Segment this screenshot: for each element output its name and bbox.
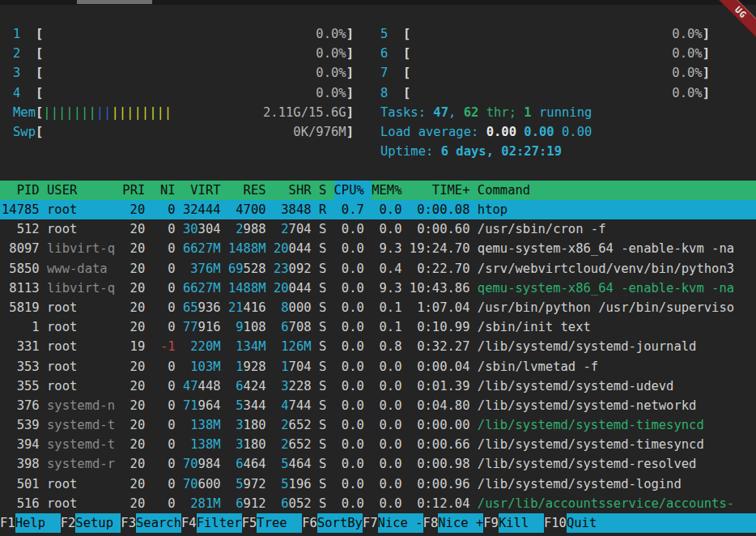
user-name: root: [47, 339, 77, 354]
process-row[interactable]: 8113libvirt-q2006627M1488M20044S0.09.310…: [0, 279, 756, 298]
process-row[interactable]: 516root200281M69126052S0.00.00:12.04/usr…: [0, 494, 756, 513]
memory-meter-value: 2.11G/15.6G: [263, 103, 346, 122]
yellow-bar: |: [111, 105, 118, 120]
cell-s: S: [319, 259, 334, 279]
fkey-help-button[interactable]: F1Help: [0, 513, 61, 533]
fkey-label: Setup: [75, 513, 121, 533]
meter-close-bracket: ]: [346, 103, 354, 122]
cell-time: 19:24.70: [410, 239, 478, 258]
cell-pri: 20: [122, 474, 152, 494]
cpu-meter-value: 0.0%: [672, 63, 702, 83]
value-high-digits: 3: [236, 418, 243, 432]
cell-s: R: [319, 200, 334, 219]
cell-pri: 20: [122, 279, 152, 298]
cpu-meter-track: 0.0%: [410, 63, 702, 83]
value-megabytes: 1488M: [228, 241, 266, 256]
htop-terminal: UG 1[0.0%]2[0.0%]3[0.0%]4[0.0%] Mem[||||…: [0, 0, 756, 536]
cell-time: 0:00.66: [410, 435, 478, 454]
value-low-digits: 848: [289, 202, 312, 217]
column-header-res[interactable]: RES: [228, 181, 274, 200]
cell-user: root: [47, 474, 122, 494]
process-row[interactable]: 512root2003030429882704S0.00.00:00.60/us…: [0, 219, 756, 239]
cell-pid: 353: [2, 357, 47, 376]
value-low-digits: 652: [289, 418, 312, 432]
cpu-meter-track: 0.0%: [410, 83, 702, 103]
cell-user: systemd-r: [47, 454, 122, 474]
process-row[interactable]: 14785root2003244447003848R0.70.00:00.08h…: [0, 200, 756, 219]
cell-mem: 0.0: [372, 219, 410, 239]
meter-open-bracket: [: [403, 44, 410, 63]
nice-value: 0: [168, 359, 175, 374]
cpu-meter-label: 2: [13, 44, 36, 63]
fkey-kill-button[interactable]: F9Kill: [483, 513, 544, 533]
fkey-quit-button[interactable]: F10Quit: [544, 513, 756, 533]
cell-pri: 19: [122, 337, 152, 356]
process-row[interactable]: 398systemd-r2007098464645464S0.00.00:00.…: [0, 454, 756, 474]
column-header-command[interactable]: Command: [478, 181, 756, 200]
fkey-label: Kill: [499, 513, 544, 533]
value-high-digits: 1: [236, 359, 243, 374]
cpu-meter-label: 4: [13, 83, 36, 103]
fkey-label: Nice -: [378, 513, 423, 533]
fkey-number: F6: [302, 513, 317, 533]
value-low-digits: 196: [289, 477, 312, 491]
column-header-mem[interactable]: MEM%: [372, 181, 410, 200]
column-header-time[interactable]: TIME+: [410, 181, 478, 200]
cell-pid: 539: [2, 415, 47, 435]
command-text: qemu-system-x86_64 -enable-kvm -na: [478, 281, 734, 296]
column-header-pid[interactable]: PID: [2, 181, 47, 200]
process-row[interactable]: 353root200103M19281704S0.00.00:00.04/sbi…: [0, 357, 756, 376]
process-row[interactable]: 539systemd-t200138M31802652S0.00.00:00.0…: [0, 415, 756, 435]
process-row[interactable]: 5819root20065936214168000S0.00.11:07.04/…: [0, 298, 756, 317]
column-header-cpu[interactable]: CPU%: [334, 181, 372, 200]
process-row[interactable]: 394systemd-t200138M31802652S0.00.00:00.6…: [0, 435, 756, 454]
cell-pid: 1: [2, 317, 47, 337]
cell-shr: 126M: [274, 337, 319, 356]
cell-mem: 9.3: [372, 239, 410, 258]
process-row[interactable]: 355root2004744864243228S0.00.00:01.39/li…: [0, 376, 756, 396]
debug-ribbon-band: UG: [714, 0, 756, 42]
cpu-meter-value: 0.0%: [672, 44, 702, 63]
fkey-sortby-button[interactable]: F6SortBy: [302, 513, 363, 533]
cell-shr: 6708: [274, 317, 319, 337]
process-row[interactable]: 5850www-data200376M6952823092S0.00.40:22…: [0, 259, 756, 279]
cell-pri: 20: [122, 376, 152, 396]
process-row[interactable]: 501root2007060059725196S0.00.00:00.96/li…: [0, 474, 756, 494]
cell-res: 3180: [228, 435, 274, 454]
fkey-nice-button[interactable]: F7Nice -: [363, 513, 423, 533]
cell-user: root: [47, 337, 122, 356]
cell-time: 0:00.04: [410, 357, 478, 376]
fkey-setup-button[interactable]: F2Setup: [61, 513, 121, 533]
process-row[interactable]: 331root19-1220M134M126MS0.00.80:32.27/li…: [0, 337, 756, 356]
column-header-user[interactable]: USER: [47, 181, 122, 200]
column-header-virt[interactable]: VIRT: [183, 181, 228, 200]
process-row[interactable]: 1root2007791691086708S0.00.10:10.99/sbin…: [0, 317, 756, 337]
cell-shr: 2652: [274, 415, 319, 435]
process-row[interactable]: 8097libvirt-q2006627M1488M20044S0.09.319…: [0, 239, 756, 258]
cell-pid: 331: [2, 337, 47, 356]
column-header-pri[interactable]: PRI: [122, 181, 152, 200]
text-segment: 47: [433, 105, 448, 120]
memory-meter: Mem[|||||||||||||||||2.11G/15.6G]: [13, 103, 354, 122]
user-name: systemd-n: [47, 398, 115, 413]
fkey-tree-button[interactable]: F5Tree: [242, 513, 303, 533]
yellow-bar: |: [164, 105, 172, 120]
value-high-digits: 2: [281, 222, 288, 236]
column-header-s[interactable]: S: [319, 181, 334, 200]
process-table-header: PIDUSERPRINIVIRTRESSHRSCPU%MEM%TIME+Comm…: [0, 181, 756, 200]
cell-pri: 20: [122, 454, 152, 474]
process-row[interactable]: 376systemd-n2007196453444744S0.00.00:04.…: [0, 396, 756, 415]
column-header-ni[interactable]: NI: [153, 181, 183, 200]
cell-s: S: [319, 337, 334, 356]
fkey-nice-button[interactable]: F8Nice +: [423, 513, 484, 533]
fkey-filter-button[interactable]: F4Filter: [181, 513, 242, 533]
cell-res: 69528: [228, 259, 274, 279]
cell-shr: 8000: [274, 298, 319, 317]
column-header-shr[interactable]: SHR: [274, 181, 319, 200]
nice-value: 0: [168, 202, 175, 217]
value-megabytes: 138M: [190, 437, 220, 452]
value-high-digits: 30: [183, 222, 198, 236]
user-name: root: [47, 222, 77, 236]
value-high-digits: 32: [183, 202, 198, 217]
fkey-search-button[interactable]: F3Search: [121, 513, 181, 533]
